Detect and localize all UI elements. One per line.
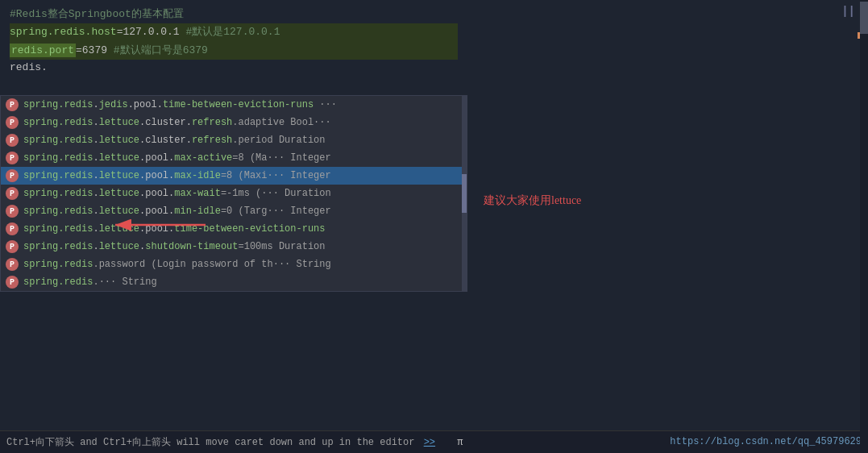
autocomplete-item-1[interactable]: P spring.redis.jedis.pool.time-between-e… <box>1 96 467 114</box>
dropdown-scrollbar[interactable] <box>462 96 467 291</box>
ac-icon-10: P <box>6 258 19 271</box>
autocomplete-item-7[interactable]: P spring.redis.lettuce.pool.min-idle=0 (… <box>1 202 467 220</box>
autocomplete-item-10[interactable]: P spring.redis.password (Login password … <box>1 256 467 273</box>
hint-link[interactable]: >> <box>424 437 435 448</box>
ac-text-4: spring.redis.lettuce.pool.max-active=8 (… <box>23 152 462 164</box>
code-redis-incomplete: redis. <box>10 61 48 73</box>
ac-text-3: spring.redis.lettuce.cluster.refresh.per… <box>23 135 462 146</box>
ac-text-1: spring.redis.jedis.pool.time-between-evi… <box>23 99 462 110</box>
ac-icon-4: P <box>6 152 19 164</box>
autocomplete-item-6[interactable]: P spring.redis.lettuce.pool.max-wait=-1m… <box>1 185 467 202</box>
code-comment-host: #默认是127.0.0.1 <box>180 26 280 38</box>
ac-text-2: spring.redis.lettuce.cluster.refresh.ada… <box>23 117 462 128</box>
dropdown-scrollbar-thumb <box>462 174 467 213</box>
code-line-2: redis.port=6379 #默认端口号是6379 <box>10 42 458 60</box>
code-key-host: spring.redis.host <box>10 26 117 38</box>
code-key-port: redis.port <box>10 44 76 57</box>
status-hint: Ctrl+向下箭头 and Ctrl+向上箭头 will move caret … <box>6 435 463 449</box>
ac-text-10: spring.redis.password (Login password of… <box>23 259 462 270</box>
arrow-container <box>109 215 206 238</box>
hint-text: Ctrl+向下箭头 and Ctrl+向上箭头 will move caret … <box>6 437 414 448</box>
ac-text-11: spring.redis.··· String <box>23 276 462 288</box>
code-line-3: redis. <box>10 60 458 77</box>
autocomplete-item-9[interactable]: P spring.redis.lettuce.shutdown-timeout=… <box>1 238 467 256</box>
ac-icon-1: P <box>6 98 19 111</box>
arrow-icon <box>109 215 206 235</box>
autocomplete-item-3[interactable]: P spring.redis.lettuce.cluster.refresh.p… <box>1 131 467 149</box>
code-val-port: =6379 <box>76 44 107 56</box>
ac-text-9: spring.redis.lettuce.shutdown-timeout=10… <box>23 241 462 252</box>
hint-pi: π <box>457 437 463 448</box>
editor-area: #Redis整合Springboot的基本配置 spring.redis.hos… <box>0 0 467 453</box>
autocomplete-item-5[interactable]: P spring.redis.lettuce.pool.max-idle=8 (… <box>1 167 467 185</box>
top-right-icon: || <box>841 5 855 18</box>
ac-icon-11: P <box>6 276 19 289</box>
editor-vscrollbar[interactable] <box>860 0 868 453</box>
comment-line: #Redis整合Springboot的基本配置 <box>10 6 458 23</box>
autocomplete-item-11[interactable]: P spring.redis.··· String <box>1 273 467 291</box>
ac-icon-3: P <box>6 134 19 147</box>
code-comment-port: #默认端口号是6379 <box>107 44 208 56</box>
editor-vscrollbar-thumb <box>860 2 868 34</box>
annotation-text: 建议大家使用lettuce <box>484 193 581 208</box>
ac-text-7: spring.redis.lettuce.pool.min-idle=0 (Ta… <box>23 206 462 217</box>
autocomplete-item-2[interactable]: P spring.redis.lettuce.cluster.refresh.a… <box>1 114 467 131</box>
code-val-host: =127.0.0.1 <box>117 26 180 38</box>
ac-text-5: spring.redis.lettuce.pool.max-idle=8 (Ma… <box>23 170 462 181</box>
blog-url: https://blog.csdn.net/qq_45979629 <box>670 430 862 453</box>
ac-icon-7: P <box>6 205 19 218</box>
ac-text-8: spring.redis.lettuce.pool.time-between-e… <box>23 223 462 235</box>
autocomplete-dropdown[interactable]: P spring.redis.jedis.pool.time-between-e… <box>0 95 467 292</box>
ac-icon-6: P <box>6 187 19 200</box>
autocomplete-item-8[interactable]: P spring.redis.lettuce.pool.time-between… <box>1 220 467 238</box>
ac-text-6: spring.redis.lettuce.pool.max-wait=-1ms … <box>23 188 462 199</box>
ac-icon-9: P <box>6 240 19 253</box>
ac-icon-8: P <box>6 222 19 235</box>
code-section: #Redis整合Springboot的基本配置 spring.redis.hos… <box>0 0 467 83</box>
code-line-1: spring.redis.host=127.0.0.1 #默认是127.0.0.… <box>10 23 458 42</box>
ac-icon-5: P <box>6 169 19 182</box>
autocomplete-item-4[interactable]: P spring.redis.lettuce.pool.max-active=8… <box>1 149 467 167</box>
ac-icon-2: P <box>6 116 19 129</box>
